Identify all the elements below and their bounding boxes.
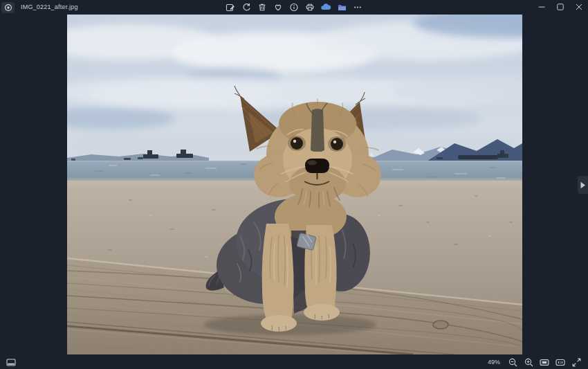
next-arrow-icon [580,181,586,189]
photo-dog-on-beach [67,15,522,354]
minimize-icon [538,3,545,10]
minimize-button[interactable] [532,0,551,14]
see-more-icon [353,3,362,12]
maximize-icon [557,3,564,10]
maximize-button[interactable] [551,0,569,14]
filmstrip-toggle-button[interactable] [6,357,17,368]
open-folder-button[interactable] [337,1,347,12]
file-info-button[interactable] [289,1,300,12]
print-icon [306,3,315,12]
fit-to-window-icon [540,358,549,367]
favorite-button[interactable] [273,1,284,12]
title-bar: IMG_0221_after.jpg [0,0,588,14]
onedrive-button[interactable] [321,1,331,12]
window-controls [532,0,588,14]
fullscreen-button[interactable] [571,357,582,368]
fullscreen-icon [572,358,581,367]
zoom-in-button[interactable] [523,357,534,368]
edit-image-button[interactable] [226,1,236,12]
photos-app-window: IMG_0221_after.jpg [0,0,588,369]
see-more-button[interactable] [353,1,363,12]
zoom-out-icon [508,358,517,367]
folder-icon [337,3,347,12]
zoom-level: 49% [488,359,500,366]
print-button[interactable] [305,1,315,12]
close-icon [576,3,582,10]
heart-icon [274,3,283,12]
file-title: IMG_0221_after.jpg [21,3,78,10]
viewer-canvas[interactable] [0,14,588,355]
zoom-out-button[interactable] [507,357,518,368]
edit-icon [226,3,235,12]
photos-app-icon[interactable] [1,2,15,13]
photos-logo-icon [4,3,12,12]
delete-icon [258,3,267,12]
rotate-button[interactable] [241,1,252,12]
fit-to-window-button[interactable] [539,357,550,368]
info-icon [290,3,299,12]
onedrive-cloud-icon [321,3,331,12]
actual-size-icon [555,358,565,367]
next-image-button[interactable] [578,176,588,194]
delete-button[interactable] [257,1,268,12]
filmstrip-icon [6,358,16,367]
rotate-icon [242,3,251,12]
zoom-in-icon [524,358,533,367]
image-toolbar [226,0,363,14]
close-button[interactable] [569,0,588,14]
status-bar: 49% [0,355,588,369]
actual-size-button[interactable] [555,357,566,368]
